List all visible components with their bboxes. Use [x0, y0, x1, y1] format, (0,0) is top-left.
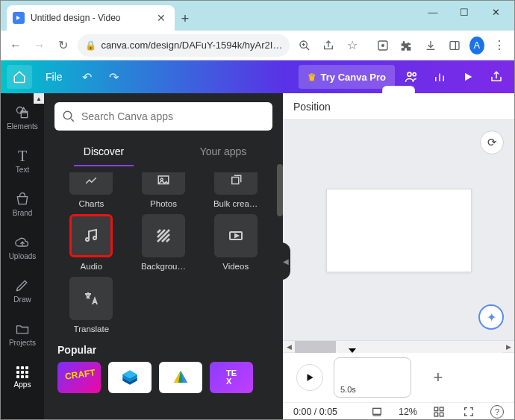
app-charts[interactable]: Charts — [57, 172, 125, 208]
svg-rect-19 — [231, 178, 238, 184]
timeline-expand-handle[interactable] — [382, 86, 415, 93]
svg-rect-31 — [440, 407, 443, 411]
grid-view-icon[interactable] — [431, 404, 447, 420]
rail-projects[interactable]: Projects — [1, 313, 44, 356]
magic-button[interactable]: ✦ — [478, 304, 504, 330]
app-audio[interactable]: Audio — [57, 214, 125, 271]
panel-scrollbar[interactable] — [277, 164, 283, 216]
search-icon — [62, 110, 75, 123]
svg-rect-33 — [440, 413, 443, 416]
share-icon[interactable] — [319, 35, 337, 56]
window-titlebar: Untitled design - Video ✕ + — ☐ ✕ — [1, 1, 514, 31]
apps-grid: Charts Photos Bulk crea… Audio Backgrou…… — [44, 166, 283, 333]
canva-top-bar: File ↶ ↷ ♛ Try Canva Pro — [1, 60, 514, 93]
back-button[interactable]: ← — [7, 35, 25, 56]
app-label: Bulk crea… — [213, 199, 258, 208]
svg-rect-32 — [434, 413, 438, 416]
scroll-track[interactable] — [295, 341, 502, 353]
clip-duration: 5.0s — [340, 385, 356, 394]
home-button[interactable] — [7, 65, 32, 89]
profile-avatar[interactable]: A — [469, 37, 484, 54]
draw-icon — [15, 278, 30, 293]
rail-draw[interactable]: Draw — [1, 269, 44, 313]
address-bar[interactable]: 🔒 canva.com/design/DAFuY-1594k/hyAr2I… — [78, 34, 290, 57]
svg-line-26 — [166, 239, 169, 242]
new-tab-button[interactable]: + — [175, 7, 196, 31]
app-label: Videos — [222, 262, 249, 271]
refresh-canvas-button[interactable]: ⟳ — [480, 131, 504, 154]
try-canva-pro-button[interactable]: ♛ Try Canva Pro — [299, 65, 395, 89]
scroll-right-icon[interactable]: ▶ — [502, 341, 514, 353]
scroll-left-icon[interactable]: ◀ — [283, 341, 295, 353]
app-bulk-create[interactable]: Bulk crea… — [202, 172, 269, 208]
svg-rect-28 — [373, 408, 381, 414]
canvas-viewport[interactable]: ⟳ ✦ — [283, 120, 514, 340]
popular-app-4[interactable]: TEX — [210, 362, 253, 393]
tab-discover[interactable]: Discover — [44, 137, 163, 166]
popular-app-2[interactable] — [108, 362, 152, 393]
downloads-icon[interactable] — [422, 35, 440, 56]
chrome-menu-icon[interactable]: ⋮ — [490, 35, 508, 56]
collapse-panel-handle[interactable]: ◀ — [281, 242, 290, 280]
svg-point-9 — [413, 73, 416, 76]
search-input[interactable] — [81, 110, 265, 122]
svg-point-21 — [93, 236, 96, 239]
horizontal-scrollbar[interactable]: ◀ ▶ — [283, 340, 514, 352]
analytics-icon[interactable] — [428, 65, 452, 89]
position-button[interactable]: Position — [293, 101, 331, 113]
svg-point-15 — [63, 111, 72, 119]
scroll-thumb[interactable] — [295, 341, 336, 353]
extensions-puzzle-icon[interactable] — [398, 35, 416, 56]
help-icon[interactable]: ? — [490, 405, 504, 419]
side-rail: ▲ Elements T Text Brand Uploads — [1, 93, 44, 420]
design-page[interactable] — [326, 189, 472, 272]
app-label: Translate — [74, 325, 110, 333]
browser-tab[interactable]: Untitled design - Video ✕ — [7, 5, 175, 31]
share-button[interactable] — [484, 65, 508, 89]
redo-button[interactable]: ↷ — [103, 66, 125, 88]
timeline: 5.0s + 0:00 / 0:05 12% ? — [283, 352, 514, 420]
rail-text[interactable]: T Text — [1, 140, 44, 183]
zoom-level[interactable]: 12% — [399, 407, 417, 417]
present-play-button[interactable] — [456, 65, 480, 89]
window-maximize-button[interactable]: ☐ — [449, 1, 480, 23]
rail-apps[interactable]: Apps — [1, 356, 44, 399]
timeline-clip[interactable]: 5.0s — [334, 357, 411, 398]
rail-uploads[interactable]: Uploads — [1, 226, 44, 269]
popular-app-3[interactable] — [159, 362, 202, 393]
add-page-button[interactable]: + — [422, 361, 455, 394]
text-icon: T — [18, 148, 27, 163]
undo-button[interactable]: ↶ — [76, 66, 99, 88]
close-tab-icon[interactable]: ✕ — [154, 12, 169, 24]
app-label: Photos — [150, 199, 177, 208]
app-photos[interactable]: Photos — [130, 172, 198, 208]
crown-icon: ♛ — [308, 72, 316, 83]
rail-label: Apps — [14, 380, 31, 389]
popular-app-1[interactable]: CRAFT — [57, 362, 101, 393]
file-menu[interactable]: File — [37, 66, 72, 87]
sidepanel-icon[interactable] — [446, 35, 464, 56]
notes-icon[interactable] — [369, 404, 385, 420]
zoom-icon[interactable] — [296, 35, 313, 56]
app-translate[interactable]: Translate — [57, 277, 125, 333]
rail-brand[interactable]: Brand — [1, 183, 44, 226]
svg-rect-6 — [450, 41, 459, 49]
popular-heading: Popular — [44, 333, 283, 362]
app-backgrounds[interactable]: Backgrou… — [130, 214, 198, 271]
extension-icon-1[interactable] — [375, 35, 393, 56]
rail-label: Uploads — [9, 252, 37, 260]
app-videos[interactable]: Videos — [202, 214, 269, 271]
timeline-play-button[interactable] — [296, 364, 323, 391]
window-minimize-button[interactable]: — — [417, 1, 449, 23]
svg-point-8 — [408, 72, 411, 76]
brand-icon — [15, 192, 30, 207]
bookmark-star-icon[interactable]: ☆ — [343, 35, 361, 56]
fullscreen-icon[interactable] — [461, 404, 477, 420]
tab-your-apps[interactable]: Your apps — [163, 137, 283, 166]
search-box[interactable] — [54, 102, 272, 131]
forward-button[interactable]: → — [31, 35, 49, 56]
canvas-toolbar: Position — [283, 93, 514, 120]
rail-scroll-up[interactable]: ▲ — [34, 93, 44, 104]
reload-button[interactable]: ↻ — [54, 35, 72, 56]
window-close-button[interactable]: ✕ — [480, 1, 511, 23]
